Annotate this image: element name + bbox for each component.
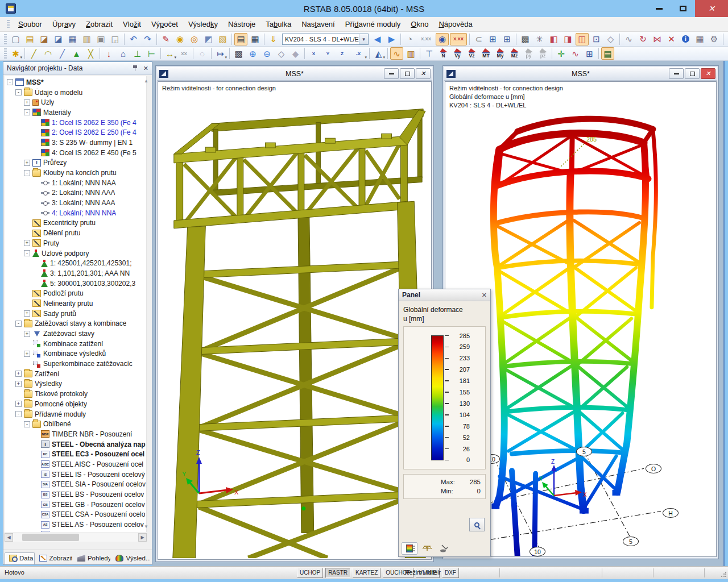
program-options-button[interactable]: ⚙ [708,33,721,45]
panel-tab-factors[interactable] [419,542,435,555]
resize-grip[interactable] [721,572,726,577]
navigator-tab-vsled[interactable]: Výsled... [111,552,151,564]
panel-titlebar[interactable]: Panel ✕ [399,289,490,301]
collapse-icon[interactable]: - [24,109,30,115]
open-project-button[interactable]: ◪ [38,33,51,45]
delete-objects-button[interactable]: ✕ [665,33,678,45]
tree-item[interactable]: +Pomocné objekty [7,399,146,409]
nodal-support-button[interactable]: ⊥ [131,47,144,60]
menu-item-soubor[interactable]: Soubor [13,18,47,31]
dropdown-arrow-icon[interactable]: ▾ [20,55,22,60]
tree-item[interactable]: -Materiály [7,107,146,118]
result-table-b-button[interactable]: ⊞ [500,33,514,45]
tree-item[interactable]: 2: Lokální; NNN AAA [7,188,146,198]
open-file-button[interactable]: ▤ [23,33,36,45]
result-table-a-button[interactable]: ⊞ [486,33,499,45]
tree-item[interactable]: 3: Lokální; NNN AAA [7,198,146,208]
tree-item[interactable]: +Průřezy [7,158,146,168]
expand-icon[interactable]: + [15,381,22,387]
apply-loadcase-button[interactable]: ⇓ [267,33,280,45]
rotate-view-button[interactable]: ◎ [188,33,201,45]
child-minimize-button[interactable] [669,68,684,79]
result-vy-button[interactable]: Vy [451,47,464,60]
tree-item[interactable]: +Uzly [7,97,146,107]
tree-item[interactable]: +Kombinace výsledků [7,349,146,359]
tree-item[interactable]: Superkombinace zatěžovacíc [7,359,146,369]
tree-item[interactable]: +Výsledky [7,379,146,389]
collapse-icon[interactable]: - [24,250,30,256]
tree-item[interactable]: -Údaje o modelu [7,88,146,98]
status-toggle-kartez[interactable]: KARTEZ [353,568,380,578]
units-settings-button[interactable]: ▦ [693,33,706,45]
navigator-close-icon[interactable]: ✕ [143,65,148,72]
tree-item[interactable]: SIASTEEL SIA - Posouzení ocelov [7,480,146,490]
workplane-xy-button[interactable]: ◧ [547,33,560,45]
print-button[interactable]: ▣ [94,33,107,45]
tree-item[interactable]: ECSTEEL EC3 - Posouzení ocel [7,449,146,459]
expand-icon[interactable]: + [15,401,22,407]
connect-members-button[interactable]: ↦▾ [214,47,227,60]
result-tables-button[interactable]: ⊞ [583,47,596,60]
tree-item[interactable]: GBSTEEL GB - Posouzení ocelov [7,500,146,510]
navigator-tab-zobrazit[interactable]: Zobrazit [35,552,73,564]
tree-item[interactable]: Nelinearity prutu [7,298,146,309]
object-snap-button[interactable]: ∿ [622,33,635,45]
result-vz-button[interactable]: Vz [465,47,478,60]
view-x-button[interactable]: X [307,47,320,60]
save-button[interactable]: ▦ [66,33,79,45]
nodal-load-button[interactable]: ↓ [102,47,115,60]
tree-item[interactable]: ISSTEEL IS - Posouzení ocelový [7,469,146,480]
scroll-right-arrow[interactable]: ▶ [138,533,147,542]
loadcase-combobox[interactable]: KV204 - SLS 4 - DL+WL/EL ▾ [282,34,369,45]
show-deformation-button[interactable]: ◉ [436,33,449,45]
member-hinges-button[interactable]: ⊂ [472,33,485,45]
tree-item[interactable]: 3: 1,101,201,301; AAA NN [7,268,146,278]
view-minus-x-button[interactable]: -X▾ [350,47,367,60]
new-truss-button[interactable]: ▲ [70,47,83,60]
menu-item-vlo-it[interactable]: Vložit [118,18,146,31]
child-close-button[interactable]: ✕ [701,68,715,79]
tree-item[interactable]: -Přídavné moduly [7,409,146,419]
display-navigator-button[interactable]: ▤ [601,47,614,60]
tree-item[interactable]: 4: Lokální; NNN NNA [7,208,146,218]
panel-close-icon[interactable]: ✕ [482,292,487,299]
child-restore-button[interactable] [685,68,700,79]
tree-item[interactable]: 1: 425001,425201,425301; [7,258,146,268]
select-plane-button[interactable]: ◇ [604,33,617,45]
tree-item[interactable]: +Zatěžovací stavy [7,329,146,339]
pick-object-button[interactable]: ◩ [202,33,215,45]
workplane-yz-button[interactable]: ◨ [561,33,574,45]
new-member-type-button[interactable]: ╱ [56,47,69,60]
collapse-icon[interactable]: - [24,170,30,176]
info-button[interactable]: i [679,33,692,45]
panel-tab-color-scale[interactable] [402,542,417,555]
visibility-mode-button[interactable]: ◭▾ [372,47,385,60]
show-results-button[interactable]: ◔ [403,33,416,45]
menu-item-nastaven-[interactable]: Nastavení [296,18,340,31]
menu-item-v-po-et[interactable]: Výpočet [146,18,183,31]
tree-item[interactable]: -Klouby na koncích prutu [7,168,146,178]
tree-item[interactable]: -Uzlové podpory [7,248,146,259]
menu-item-n-stroje[interactable]: Nástroje [223,18,260,31]
tree-item[interactable]: 5: 300001,300103,300202,3 [7,278,146,289]
mirror-copy-button[interactable]: ⋈ [651,33,664,45]
model-view-canvas[interactable]: Režim viditelnosti - for connection desi… [158,81,432,560]
result-diagram-button[interactable]: ∿ [569,47,582,60]
isometric-view-button[interactable]: ◇ [275,47,288,60]
tree-item[interactable]: STEEL - Obecná analýza nap [7,439,146,450]
dropdown-arrow-icon[interactable]: ▾ [225,55,227,60]
result-n-button[interactable]: N [437,47,450,60]
tree-item[interactable]: NBRTIMBER NBR - Posouzení [7,429,146,439]
child-minimize-button[interactable] [384,68,399,79]
table-list-button[interactable]: ▤ [234,33,247,45]
tree-item[interactable]: -Zatěžovací stavy a kombinace [7,319,146,329]
new-file-button[interactable]: ▢ [9,33,22,45]
status-toggle-dxf[interactable]: DXF [442,568,459,578]
menu-item-okno[interactable]: Okno [406,18,433,31]
result-my-button[interactable]: My [494,47,507,60]
tree-item[interactable]: -MSS* [7,77,146,88]
redo-button[interactable]: ↷ [141,33,154,45]
tree-scroll-down[interactable]: ▼ [143,523,150,530]
tree-item[interactable]: NTCSTEEL NTC-DE - Posouzení o [7,530,146,532]
scrollbar-track[interactable] [13,533,138,542]
